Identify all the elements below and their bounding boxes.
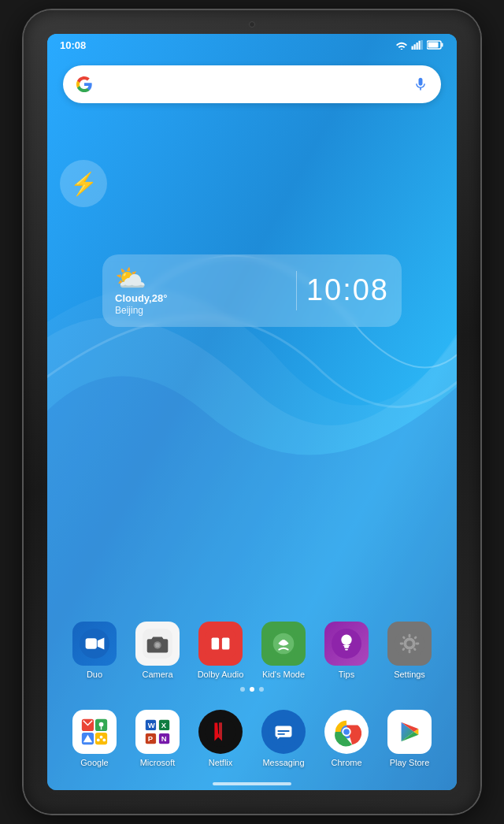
- vibe-widget[interactable]: ⚡: [60, 160, 107, 207]
- dock-messaging[interactable]: Messaging: [255, 710, 312, 768]
- dock-microsoft[interactable]: W X P N Microsoft: [129, 710, 186, 768]
- status-time: 10:08: [60, 39, 86, 51]
- weather-widget[interactable]: ⛅ Cloudy,28° Beijing 10:08: [102, 254, 402, 327]
- app-camera[interactable]: Camera: [129, 622, 186, 680]
- app-duo[interactable]: Duo: [66, 622, 123, 680]
- svg-rect-4: [419, 41, 421, 50]
- svg-rect-17: [222, 637, 230, 649]
- svg-point-43: [102, 738, 106, 741]
- svg-rect-7: [442, 43, 443, 47]
- duo-icon: [72, 622, 117, 666]
- svg-point-20: [281, 640, 286, 644]
- svg-rect-2: [414, 44, 416, 50]
- svg-rect-28: [409, 633, 411, 637]
- status-bar: 10:08: [47, 34, 457, 56]
- tips-label: Tips: [339, 670, 354, 680]
- search-bar[interactable]: [63, 65, 441, 103]
- google-icon: [72, 710, 117, 754]
- svg-text:P: P: [148, 734, 154, 743]
- svg-rect-3: [417, 43, 418, 50]
- app-settings[interactable]: Settings: [381, 622, 438, 680]
- svg-rect-57: [277, 730, 289, 732]
- svg-rect-15: [206, 629, 235, 659]
- duo-label: Duo: [87, 670, 102, 680]
- svg-rect-16: [212, 637, 220, 649]
- camera-label: Camera: [142, 670, 172, 680]
- app-tips[interactable]: Tips: [318, 622, 375, 680]
- svg-text:X: X: [161, 721, 167, 729]
- svg-rect-29: [409, 649, 411, 653]
- messaging-icon: [261, 710, 306, 754]
- svg-point-27: [406, 640, 413, 647]
- svg-point-39: [99, 722, 104, 726]
- google-logo: [76, 76, 93, 93]
- dock-chrome[interactable]: Chrome: [318, 710, 375, 768]
- vibe-icon: ⚡: [70, 171, 98, 197]
- page-dot-1[interactable]: [240, 687, 245, 692]
- svg-rect-30: [400, 642, 404, 644]
- svg-point-22: [341, 634, 351, 644]
- camera-dot: [249, 21, 255, 28]
- netflix-label: Netflix: [209, 758, 233, 768]
- settings-label: Settings: [394, 670, 425, 680]
- tips-icon: [324, 622, 369, 666]
- svg-rect-10: [86, 638, 97, 648]
- svg-point-14: [155, 643, 160, 648]
- signal-icon: [411, 40, 424, 50]
- tablet-device: 10:08: [24, 10, 480, 814]
- app-grid: Duo Camera: [47, 622, 457, 688]
- home-indicator[interactable]: [213, 782, 291, 785]
- weather-temperature: Cloudy,28°: [115, 292, 167, 305]
- playstore-icon: [387, 710, 432, 754]
- svg-text:W: W: [148, 721, 155, 729]
- svg-rect-58: [277, 733, 285, 735]
- app-row-1: Duo Camera: [63, 622, 441, 680]
- page-dot-2[interactable]: [250, 687, 254, 692]
- camera-icon: [135, 622, 180, 666]
- google-label: Google: [80, 758, 108, 768]
- playstore-label: Play Store: [390, 758, 430, 768]
- svg-rect-5: [421, 40, 423, 50]
- messaging-label: Messaging: [262, 758, 304, 768]
- dock-google[interactable]: Google: [66, 710, 123, 768]
- svg-point-42: [100, 736, 103, 739]
- svg-rect-1: [412, 46, 413, 50]
- settings-icon: [387, 622, 432, 666]
- dock-netflix[interactable]: Netflix: [192, 710, 249, 768]
- battery-icon: [427, 40, 444, 50]
- weather-icon: ⛅: [115, 265, 146, 291]
- dolby-icon: [198, 622, 243, 666]
- kids-icon: [261, 622, 306, 666]
- svg-point-62: [343, 729, 350, 735]
- wifi-icon: [395, 40, 408, 50]
- app-dolby[interactable]: Dolby Audio: [192, 622, 249, 680]
- svg-point-44: [97, 738, 100, 741]
- netflix-icon: [198, 710, 243, 754]
- screen: 10:08: [47, 34, 457, 790]
- chrome-label: Chrome: [331, 758, 361, 768]
- dolby-label: Dolby Audio: [198, 670, 244, 680]
- svg-rect-31: [416, 642, 420, 644]
- weather-info: ⛅ Cloudy,28° Beijing: [115, 265, 287, 316]
- app-kids-mode[interactable]: Kid's Mode: [255, 622, 312, 680]
- dock-row: Google W X: [63, 710, 441, 768]
- svg-rect-24: [345, 648, 348, 650]
- dock: Google W X: [47, 703, 457, 774]
- svg-rect-8: [428, 43, 439, 48]
- svg-text:N: N: [161, 734, 167, 743]
- weather-city: Beijing: [115, 305, 143, 316]
- status-icons: [395, 40, 444, 50]
- microsoft-icon: W X P N: [135, 710, 180, 754]
- svg-rect-41: [95, 733, 107, 744]
- widget-divider: [296, 271, 297, 310]
- page-dots: [47, 687, 457, 692]
- dock-play-store[interactable]: Play Store: [381, 710, 438, 768]
- mic-icon[interactable]: [413, 76, 428, 92]
- microsoft-label: Microsoft: [140, 758, 176, 768]
- chrome-icon: [324, 710, 369, 754]
- clock-display: 10:08: [306, 273, 389, 307]
- kids-label: Kid's Mode: [262, 670, 305, 680]
- page-dot-3[interactable]: [259, 687, 264, 692]
